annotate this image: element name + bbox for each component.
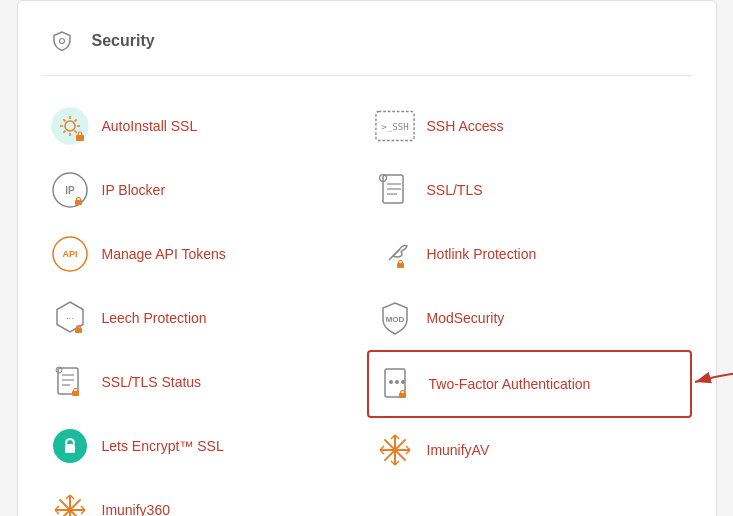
svg-point-0 (59, 39, 64, 44)
security-header-icon (42, 21, 82, 61)
imunifyav-label: ImunifyAV (427, 442, 490, 458)
svg-rect-27 (65, 444, 75, 453)
modsecurity-label: ModSecurity (427, 310, 505, 326)
ip-blocker-label: IP Blocker (102, 182, 166, 198)
sidebar-item-imunifyav[interactable]: ImunifyAV (367, 418, 692, 482)
autoinstall-ssl-icon (50, 106, 90, 146)
sidebar-item-lets-encrypt[interactable]: Lets Encrypt™ SSL (42, 414, 367, 478)
svg-text:API: API (62, 249, 77, 259)
sidebar-item-leech-protection[interactable]: ··· Leech Protection (42, 286, 367, 350)
items-grid: AutoInstall SSL IP IP Blocker (42, 94, 692, 516)
section-title: Security (92, 32, 155, 50)
sidebar-item-ssl-tls-status[interactable]: SSL/TLS Status (42, 350, 367, 414)
imunify360-label: Imunify360 (102, 502, 170, 516)
leech-protection-label: Leech Protection (102, 310, 207, 326)
security-card: Security (17, 0, 717, 516)
svg-rect-19 (75, 328, 82, 333)
left-column: AutoInstall SSL IP IP Blocker (42, 94, 367, 516)
ssl-tls-label: SSL/TLS (427, 182, 483, 198)
two-factor-auth-label: Two-Factor Authentication (429, 376, 591, 392)
svg-rect-14 (75, 200, 82, 205)
lets-encrypt-label: Lets Encrypt™ SSL (102, 438, 224, 454)
hotlink-protection-icon (375, 234, 415, 274)
two-factor-auth-icon (377, 364, 417, 404)
ssl-tls-icon (375, 170, 415, 210)
sidebar-item-two-factor-auth[interactable]: Two-Factor Authentication (367, 350, 692, 418)
sidebar-item-manage-api-tokens[interactable]: API Manage API Tokens (42, 222, 367, 286)
ssh-access-icon: >_SSH (375, 106, 415, 146)
sidebar-item-imunify360[interactable]: Imunify360 (42, 478, 367, 516)
svg-rect-25 (72, 391, 79, 396)
svg-point-52 (401, 380, 405, 384)
svg-point-51 (395, 380, 399, 384)
imunifyav-icon (375, 430, 415, 470)
ip-blocker-icon: IP (50, 170, 90, 210)
svg-rect-47 (397, 263, 404, 268)
autoinstall-ssl-label: AutoInstall SSL (102, 118, 198, 134)
arrow-indicator (690, 367, 734, 401)
lets-encrypt-icon (50, 426, 90, 466)
sidebar-item-autoinstall-ssl[interactable]: AutoInstall SSL (42, 94, 367, 158)
svg-point-50 (389, 380, 393, 384)
right-column: >_SSH SSH Access (367, 94, 692, 516)
svg-text:···: ··· (66, 313, 74, 323)
svg-text:IP: IP (65, 185, 75, 196)
ssl-tls-status-icon (50, 362, 90, 402)
sidebar-item-modsecurity[interactable]: MOD ModSecurity (367, 286, 692, 350)
ssl-tls-status-label: SSL/TLS Status (102, 374, 202, 390)
sidebar-item-ssh-access[interactable]: >_SSH SSH Access (367, 94, 692, 158)
sidebar-item-ssl-tls[interactable]: SSL/TLS (367, 158, 692, 222)
imunify360-icon (50, 490, 90, 516)
sidebar-item-ip-blocker[interactable]: IP IP Blocker (42, 158, 367, 222)
section-header: Security (42, 21, 692, 76)
svg-text:MOD: MOD (385, 315, 404, 324)
manage-api-tokens-label: Manage API Tokens (102, 246, 226, 262)
svg-text:>_SSH: >_SSH (381, 122, 408, 132)
modsecurity-icon: MOD (375, 298, 415, 338)
hotlink-protection-label: Hotlink Protection (427, 246, 537, 262)
leech-protection-icon: ··· (50, 298, 90, 338)
svg-rect-53 (399, 393, 406, 398)
manage-api-tokens-icon: API (50, 234, 90, 274)
svg-rect-11 (76, 135, 84, 141)
ssh-access-label: SSH Access (427, 118, 504, 134)
sidebar-item-hotlink-protection[interactable]: Hotlink Protection (367, 222, 692, 286)
